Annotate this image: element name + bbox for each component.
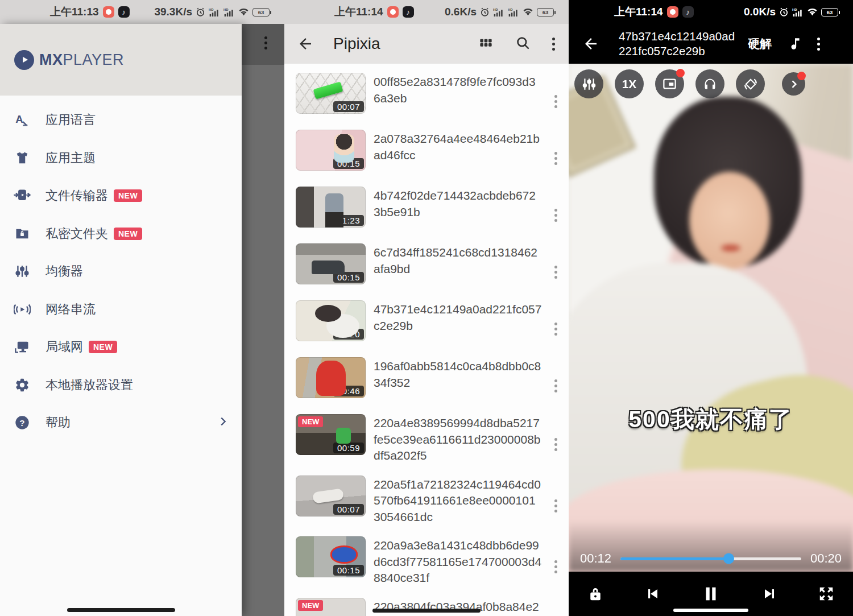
net-speed-text: 0.0K/s: [744, 6, 776, 18]
file-name: 196af0abb5814c0ca4b8dbb0c834f352: [374, 358, 542, 391]
duration-badge: 01:23: [333, 215, 364, 226]
audio-track-icon[interactable]: [788, 36, 802, 51]
folder-title: Pipixia: [333, 35, 380, 53]
duration-badge: 00:07: [333, 504, 364, 515]
file-name: 4b742f02de714432acbdeb6723b5e91b: [374, 188, 542, 220]
notification-dot: [797, 72, 806, 80]
file-row[interactable]: 00:07 00ff85e2a831478f9fe7fc093d36a3eb: [296, 73, 569, 130]
notification-dot: [676, 69, 685, 77]
menu-item-app-language[interactable]: A 应用语言: [0, 101, 242, 139]
file-name: 2a078a32764a4ee48464eb21bad46fcc: [374, 131, 542, 163]
signal-hd-icon-2: HD: [508, 7, 519, 17]
rotate-screen-button[interactable]: [736, 69, 765, 98]
file-row[interactable]: 00:07 220a5f1a72182324c119464cd0570fb641…: [296, 476, 569, 537]
equalizer-button[interactable]: [574, 69, 603, 98]
duration-badge: 00:46: [333, 386, 364, 396]
file-name: 220a9a3e8a1431c48dbb6de99d6cd3f77581165e…: [374, 538, 542, 586]
playing-title: 47b371e4c12149a0ad221fc057c2e29b: [619, 29, 741, 59]
file-options-icon[interactable]: [551, 205, 561, 225]
net-speed-text: 0.6K/s: [445, 6, 477, 18]
file-row[interactable]: NEW00:59 220a4e8389569994d8dba5217fe5ce3…: [296, 414, 569, 476]
file-options-icon[interactable]: [551, 557, 561, 577]
file-options-icon[interactable]: [551, 496, 561, 516]
file-options-icon[interactable]: [551, 92, 561, 111]
video-thumbnail[interactable]: NEW00:59: [296, 414, 366, 455]
video-thumbnail[interactable]: 00:15: [296, 130, 366, 171]
file-row[interactable]: 00:46 196af0abb5814c0ca4b8dbb0c834f352: [296, 357, 569, 414]
headphones-button[interactable]: [695, 69, 724, 98]
menu-item-network-stream[interactable]: 网络串流: [0, 291, 242, 329]
translate-icon: A: [13, 112, 32, 128]
status-bar-left: 上午11:13 ♪ 39.3K/s HD HD 63: [0, 0, 284, 24]
file-options-icon[interactable]: [551, 148, 561, 168]
video-thumbnail[interactable]: 00:15: [296, 243, 366, 284]
help-icon: ?: [13, 415, 32, 431]
svg-text:?: ?: [19, 418, 24, 428]
file-row[interactable]: 00:20 47b371e4c12149a0ad221fc057c2e29b: [296, 300, 569, 357]
more-options-icon[interactable]: [817, 38, 820, 51]
status-bar-middle: 上午11:14 ♪ 0.6K/s HD HD 63: [284, 0, 569, 24]
svg-text:A: A: [15, 113, 23, 125]
video-thumbnail[interactable]: 00:07: [296, 73, 366, 114]
search-icon[interactable]: [515, 35, 531, 53]
expand-controls-button[interactable]: [782, 72, 805, 96]
menu-item-file-transfer[interactable]: 文件传输器 NEW: [0, 177, 242, 215]
file-row[interactable]: NEW 220a3804fc03a394af0b8a84e2: [296, 598, 569, 616]
file-row[interactable]: 00:15 6c7d34ff185241c68cd1318462afa9bd: [296, 243, 569, 300]
next-button[interactable]: [760, 585, 779, 603]
previous-button[interactable]: [644, 585, 662, 603]
pip-button[interactable]: [655, 69, 684, 98]
seek-bar[interactable]: [620, 557, 801, 560]
seek-bar-thumb[interactable]: [723, 553, 734, 564]
more-options-icon[interactable]: [552, 38, 555, 51]
file-options-icon[interactable]: [551, 435, 561, 454]
svg-text:HD: HD: [493, 8, 498, 11]
back-arrow-icon[interactable]: [297, 35, 314, 52]
file-row[interactable]: 00:15 220a9a3e8a1431c48dbb6de99d6cd3f775…: [296, 536, 569, 598]
file-options-icon[interactable]: [551, 376, 561, 396]
signal-hd-icon-1: HD: [209, 7, 220, 17]
file-name: 220a4e8389569994d8dba5217fe5ce39ea611661…: [374, 415, 542, 464]
duration-badge: 00:20: [333, 329, 364, 340]
video-frame-art: [569, 64, 853, 572]
video-thumbnail[interactable]: 00:07: [296, 476, 366, 516]
file-options-icon[interactable]: [551, 262, 561, 282]
panel-mx-drawer: 上午11:13 ♪ 39.3K/s HD HD 63 MXPLAYER: [0, 0, 284, 616]
fullscreen-button[interactable]: [818, 585, 835, 602]
video-thumbnail[interactable]: 00:15: [296, 536, 366, 577]
svg-text:HD: HD: [508, 8, 512, 11]
pause-button[interactable]: [701, 584, 721, 603]
new-badge: NEW: [114, 189, 142, 202]
wifi-icon: [238, 7, 249, 16]
file-row[interactable]: 00:15 2a078a32764a4ee48464eb21bad46fcc: [296, 130, 569, 187]
menu-item-lan[interactable]: 局域网 NEW: [0, 328, 242, 366]
video-thumbnail[interactable]: 00:46: [296, 357, 366, 398]
player-header: 47b371e4c12149a0ad221fc057c2e29b 硬解: [569, 24, 853, 64]
logo-player-text: PLAYER: [63, 51, 125, 68]
file-options-icon[interactable]: [551, 319, 561, 339]
video-thumbnail[interactable]: 01:23: [296, 187, 366, 228]
menu-item-help[interactable]: ? 帮助: [0, 404, 242, 442]
video-surface[interactable]: 1X 500我就不痛了 00:12 00:20: [569, 64, 853, 572]
playback-speed-button[interactable]: 1X: [615, 69, 644, 98]
network-stream-icon: [13, 302, 32, 317]
alarm-icon: [779, 7, 789, 17]
lock-button[interactable]: [587, 585, 604, 602]
grid-view-icon[interactable]: [478, 35, 494, 53]
file-row[interactable]: 01:23 4b742f02de714432acbdeb6723b5e91b: [296, 187, 569, 243]
svg-text:HD: HD: [223, 8, 228, 11]
menu-item-equalizer[interactable]: 均衡器: [0, 253, 242, 291]
tiktok-icon: ♪: [118, 6, 130, 18]
duration-badge: 00:15: [333, 158, 364, 169]
menu-item-private-folder[interactable]: 私密文件夹 NEW: [0, 215, 242, 253]
menu-item-local-player-settings[interactable]: 本地播放器设置: [0, 366, 242, 404]
screen-record-icon: [667, 6, 678, 18]
private-folder-icon: [13, 226, 32, 242]
current-time: 00:12: [580, 551, 611, 566]
video-thumbnail[interactable]: 00:20: [296, 300, 366, 341]
menu-item-app-theme[interactable]: 应用主题: [0, 139, 242, 177]
back-arrow-icon[interactable]: [582, 35, 599, 52]
equalizer-icon: [13, 263, 32, 279]
video-thumbnail[interactable]: NEW: [296, 598, 366, 616]
hw-decode-label[interactable]: 硬解: [748, 36, 772, 52]
